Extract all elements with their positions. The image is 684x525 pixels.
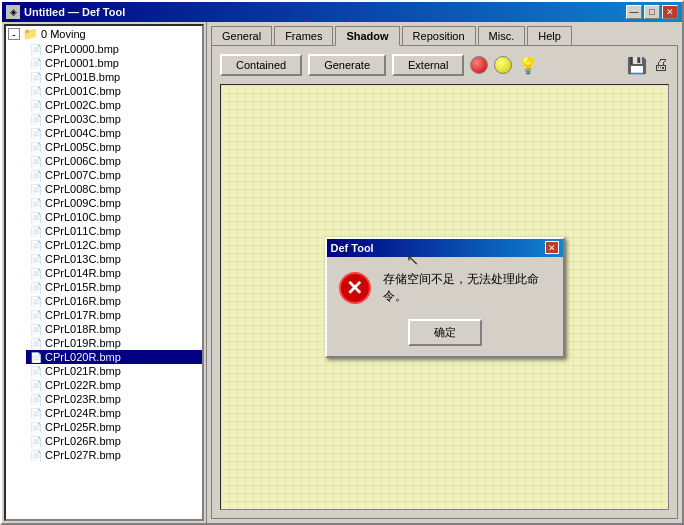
file-item[interactable]: 📄CPrL027R.bmp — [26, 448, 202, 462]
file-icon: 📄 — [30, 338, 42, 349]
file-icon: 📄 — [30, 408, 42, 419]
minimize-button[interactable]: — — [626, 5, 642, 19]
tab-shadow[interactable]: Shadow — [335, 26, 399, 46]
file-item[interactable]: 📄CPrL008C.bmp — [26, 182, 202, 196]
file-item[interactable]: 📄CPrL001C.bmp — [26, 84, 202, 98]
file-icon: 📄 — [30, 100, 42, 111]
file-item[interactable]: 📄CPrL024R.bmp — [26, 406, 202, 420]
file-item[interactable]: 📄CPrL023R.bmp — [26, 392, 202, 406]
file-icon: 📄 — [30, 128, 42, 139]
shadow-toolbar: Contained Generate External 💡 💾 🖨 — [220, 54, 669, 76]
file-icon: 📄 — [30, 282, 42, 293]
file-list: 📄CPrL0000.bmp📄CPrL0001.bmp📄CPrL001B.bmp📄… — [6, 42, 202, 462]
file-item[interactable]: 📄CPrL013C.bmp — [26, 252, 202, 266]
file-item[interactable]: 📄CPrL018R.bmp — [26, 322, 202, 336]
file-item[interactable]: 📄CPrL020R.bmp — [26, 350, 202, 364]
file-icon: 📄 — [30, 44, 42, 55]
file-item[interactable]: 📄CPrL021R.bmp — [26, 364, 202, 378]
dialog-titlebar: Def Tool ✕ — [327, 239, 563, 257]
title-bar-left: ◈ Untitled — Def Tool — [6, 5, 125, 19]
generate-button[interactable]: Generate — [308, 54, 386, 76]
save-icon[interactable]: 💾 — [627, 56, 647, 75]
lightbulb-icon: 💡 — [518, 56, 538, 75]
dialog-body: ✕ 存储空间不足，无法处理此命令。 确定 — [327, 257, 563, 356]
tree-expand-icon[interactable]: - — [8, 28, 20, 40]
print-icon[interactable]: 🖨 — [653, 56, 669, 74]
file-item[interactable]: 📄CPrL006C.bmp — [26, 154, 202, 168]
file-icon: 📄 — [30, 198, 42, 209]
file-icon: 📄 — [30, 422, 42, 433]
file-icon: 📄 — [30, 212, 42, 223]
file-item[interactable]: 📄CPrL019R.bmp — [26, 336, 202, 350]
dialog-close-button[interactable]: ✕ — [545, 241, 559, 254]
file-item[interactable]: 📄CPrL0000.bmp — [26, 42, 202, 56]
file-icon: 📄 — [30, 184, 42, 195]
file-icon: 📄 — [30, 394, 42, 405]
tab-content: Contained Generate External 💡 💾 🖨 — [211, 45, 678, 519]
tab-bar: GeneralFramesShadowRepositionMisc.Help — [207, 22, 682, 45]
file-icon: 📄 — [30, 380, 42, 391]
file-item[interactable]: 📄CPrL001B.bmp — [26, 70, 202, 84]
file-icon: 📄 — [30, 436, 42, 447]
main-window: ◈ Untitled — Def Tool — □ ✕ - 📁 0 Moving… — [0, 0, 684, 525]
file-item[interactable]: 📄CPrL0001.bmp — [26, 56, 202, 70]
red-color-ball[interactable] — [470, 56, 488, 74]
file-item[interactable]: 📄CPrL017R.bmp — [26, 308, 202, 322]
dialog-title: Def Tool — [331, 242, 374, 254]
app-icon: ◈ — [6, 5, 20, 19]
file-icon: 📄 — [30, 268, 42, 279]
file-item[interactable]: 📄CPrL003C.bmp — [26, 112, 202, 126]
file-item[interactable]: 📄CPrL015R.bmp — [26, 280, 202, 294]
file-icon: 📄 — [30, 296, 42, 307]
file-item[interactable]: 📄CPrL025R.bmp — [26, 420, 202, 434]
contained-button[interactable]: Contained — [220, 54, 302, 76]
file-icon: 📄 — [30, 142, 42, 153]
external-button[interactable]: External — [392, 54, 464, 76]
dialog-box: Def Tool ✕ ✕ 存储空间不足，无法处理此命令。 确定 — [325, 237, 565, 358]
dialog-message: 存储空间不足，无法处理此命令。 — [383, 271, 551, 305]
file-icon: 📄 — [30, 58, 42, 69]
file-item[interactable]: 📄CPrL010C.bmp — [26, 210, 202, 224]
file-icon: 📄 — [30, 156, 42, 167]
file-icon: 📄 — [30, 324, 42, 335]
tab-help[interactable]: Help — [527, 26, 572, 45]
close-button[interactable]: ✕ — [662, 5, 678, 19]
file-icon: 📄 — [30, 450, 42, 461]
yellow-color-ball[interactable] — [494, 56, 512, 74]
file-item[interactable]: 📄CPrL022R.bmp — [26, 378, 202, 392]
tree-root-label: 0 Moving — [41, 28, 86, 40]
file-item[interactable]: 📄CPrL005C.bmp — [26, 140, 202, 154]
file-icon: 📄 — [30, 366, 42, 377]
title-buttons: — □ ✕ — [626, 5, 678, 19]
file-tree[interactable]: - 📁 0 Moving 📄CPrL0000.bmp📄CPrL0001.bmp📄… — [4, 24, 204, 521]
file-item[interactable]: 📄CPrL007C.bmp — [26, 168, 202, 182]
window-title: Untitled — Def Tool — [24, 6, 125, 18]
file-item[interactable]: 📄CPrL012C.bmp — [26, 238, 202, 252]
file-item[interactable]: 📄CPrL004C.bmp — [26, 126, 202, 140]
window-content: - 📁 0 Moving 📄CPrL0000.bmp📄CPrL0001.bmp📄… — [2, 22, 682, 523]
folder-icon: 📁 — [23, 27, 38, 41]
file-icon: 📄 — [30, 226, 42, 237]
tree-root[interactable]: - 📁 0 Moving — [6, 26, 202, 42]
file-item[interactable]: 📄CPrL002C.bmp — [26, 98, 202, 112]
error-icon: ✕ — [339, 272, 371, 304]
file-item[interactable]: 📄CPrL014R.bmp — [26, 266, 202, 280]
file-icon: 📄 — [30, 86, 42, 97]
tab-general[interactable]: General — [211, 26, 272, 45]
dialog-message-row: ✕ 存储空间不足，无法处理此命令。 — [339, 271, 551, 305]
tab-misc.[interactable]: Misc. — [478, 26, 526, 45]
file-icon: 📄 — [30, 310, 42, 321]
dialog-ok-button[interactable]: 确定 — [408, 319, 482, 346]
file-item[interactable]: 📄CPrL011C.bmp — [26, 224, 202, 238]
file-icon: 📄 — [30, 114, 42, 125]
file-icon: 📄 — [30, 72, 42, 83]
tab-frames[interactable]: Frames — [274, 26, 333, 45]
file-icon: 📄 — [30, 170, 42, 181]
file-item[interactable]: 📄CPrL009C.bmp — [26, 196, 202, 210]
tab-reposition[interactable]: Reposition — [402, 26, 476, 45]
canvas-area[interactable]: Def Tool ✕ ✕ 存储空间不足，无法处理此命令。 确定 — [220, 84, 669, 510]
maximize-button[interactable]: □ — [644, 5, 660, 19]
file-item[interactable]: 📄CPrL026R.bmp — [26, 434, 202, 448]
toolbar-right: 💾 🖨 — [627, 56, 669, 75]
file-item[interactable]: 📄CPrL016R.bmp — [26, 294, 202, 308]
